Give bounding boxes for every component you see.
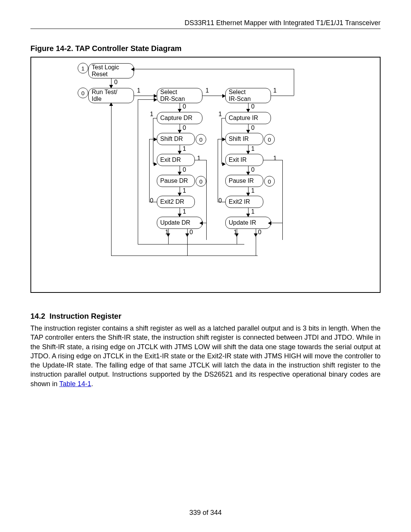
- edge-label: 0: [258, 229, 261, 236]
- arrow-to-tlr-icon: [131, 67, 134, 71]
- edge-label: 1: [234, 229, 237, 236]
- state-test-logic-reset: Test Logic Reset: [88, 63, 134, 78]
- edge-label: 1: [251, 187, 255, 194]
- edge-label: 0: [114, 79, 118, 86]
- loop-rti: 0: [78, 88, 88, 98]
- body-text: The instruction register contains a shif…: [30, 324, 381, 388]
- edge-label: 0: [150, 197, 153, 204]
- loop-tlr: 1: [78, 63, 88, 73]
- edge-label: 0: [183, 125, 186, 131]
- arrow-right-icon: [222, 162, 226, 166]
- edge-label: 1: [218, 111, 222, 118]
- loop-pause-ir: 0: [264, 176, 275, 187]
- state-shift-dr: Shift DR: [157, 133, 195, 145]
- state-exit-dr: Exit DR: [157, 154, 195, 166]
- state-select-dr-scan: Select DR-Scan: [157, 88, 202, 103]
- section-heading: Instruction Register: [49, 312, 121, 320]
- loop-shift-dr: 0: [196, 134, 206, 145]
- edge-label: 1: [251, 208, 255, 215]
- edge-label: 1: [183, 187, 186, 194]
- edge-label: 1: [273, 155, 277, 162]
- arrow-left-icon: [268, 221, 271, 225]
- arrow-right-icon: [154, 162, 157, 166]
- edge-label: 0: [218, 197, 222, 204]
- edge-label: 1: [137, 87, 140, 94]
- state-pause-ir: Pause IR: [225, 175, 263, 187]
- loop-pause-dr: 0: [196, 176, 206, 187]
- table-14-1-link[interactable]: Table 14-1: [59, 380, 91, 388]
- edge-label: 0: [190, 229, 193, 236]
- state-select-ir-scan: Select IR-Scan: [225, 88, 271, 103]
- state-capture-dr: Capture DR: [157, 112, 202, 124]
- edge-label: 0: [251, 166, 255, 173]
- tap-state-diagram: Test Logic Reset 1 0 Run Test/ Idle 0 1 …: [30, 57, 381, 293]
- arrow-right-icon: [154, 137, 157, 141]
- arrow-right-icon: [154, 98, 157, 102]
- figure-title: Figure 14-2. TAP Controller State Diagra…: [30, 44, 381, 53]
- body-text-end: .: [91, 380, 93, 388]
- edge-label: 1: [197, 155, 201, 162]
- arrow-right-icon: [222, 137, 226, 141]
- arrow-up-icon: [109, 102, 113, 106]
- loop-shift-ir: 0: [264, 134, 275, 145]
- section-number: 14.2: [30, 312, 45, 320]
- edge-label: 1: [150, 111, 153, 118]
- edge-label: 1: [183, 208, 186, 215]
- state-update-ir: Update IR: [225, 217, 271, 229]
- edge-label: 1: [183, 145, 186, 152]
- state-run-test-idle: Run Test/ Idle: [88, 88, 134, 103]
- state-exit2-ir: Exit2 IR: [225, 196, 263, 208]
- edge-label: 0: [183, 103, 186, 110]
- state-shift-ir: Shift IR: [225, 133, 263, 145]
- arrow-left-icon: [199, 221, 203, 225]
- edge-label: 0: [183, 166, 186, 173]
- state-exit-ir: Exit IR: [225, 154, 263, 166]
- state-update-dr: Update DR: [157, 217, 202, 229]
- page-footer: 339 of 344: [0, 509, 411, 517]
- edge-label: 0: [251, 125, 255, 131]
- state-exit2-dr: Exit2 DR: [157, 196, 195, 208]
- state-pause-dr: Pause DR: [157, 175, 195, 187]
- document-page: DS33R11 Ethernet Mapper with Integrated …: [0, 0, 411, 532]
- section-title: 14.2 Instruction Register: [30, 312, 381, 321]
- edge-label: 1: [165, 229, 169, 236]
- state-capture-ir: Capture IR: [225, 112, 271, 124]
- edge-label: 1: [273, 87, 277, 94]
- page-header: DS33R11 Ethernet Mapper with Integrated …: [30, 19, 381, 29]
- edge-label: 1: [251, 145, 255, 152]
- edge-label: 0: [251, 103, 255, 110]
- edge-label: 1: [206, 87, 209, 94]
- body-paragraph: The instruction register contains a shif…: [30, 324, 381, 388]
